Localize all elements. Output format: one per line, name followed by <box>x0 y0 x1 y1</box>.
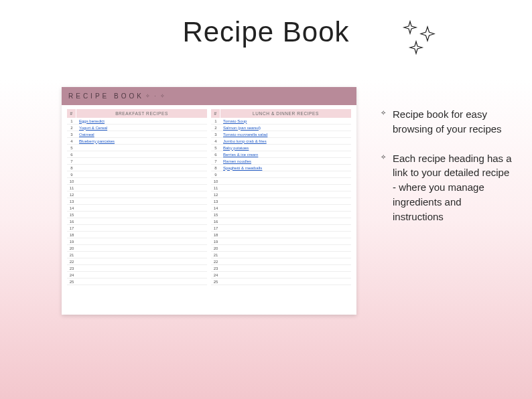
row-number: 5 <box>211 145 220 151</box>
table-row: 21 <box>211 252 351 258</box>
recipe-link[interactable]: Spaghetti & meatballs <box>220 165 351 171</box>
empty-cell <box>76 212 207 218</box>
table-row: 3Oatmeal <box>67 131 207 138</box>
recipe-link[interactable]: Yogurt & Cereal <box>76 125 207 131</box>
recipe-link[interactable]: Salmon (pan seared) <box>220 125 351 131</box>
empty-cell <box>220 191 351 197</box>
table-row: 11 <box>211 185 351 191</box>
recipe-link[interactable]: Eggs benedict <box>76 118 207 124</box>
number-header: # <box>211 109 220 118</box>
row-number: 6 <box>67 151 76 157</box>
empty-cell <box>220 232 351 238</box>
table-row: 15 <box>67 212 207 218</box>
empty-cell <box>76 218 207 224</box>
recipe-link[interactable]: Berries & ice cream <box>220 151 351 157</box>
empty-cell <box>76 225 207 231</box>
row-number: 1 <box>211 118 220 124</box>
empty-cell <box>220 225 351 231</box>
row-number: 9 <box>211 171 220 177</box>
table-row: 10 <box>67 178 207 185</box>
table-row: 13 <box>67 198 207 205</box>
row-number: 11 <box>67 185 76 191</box>
table-row: 17 <box>211 225 351 232</box>
empty-cell <box>76 185 207 191</box>
row-number: 20 <box>211 245 220 251</box>
row-number: 19 <box>67 238 76 244</box>
row-number: 23 <box>211 265 220 271</box>
column-label: BREAKFAST RECIPES <box>76 109 207 118</box>
empty-cell <box>76 232 207 238</box>
table-row: 11 <box>67 185 207 191</box>
recipe-link[interactable]: Tomato mozzarella salad <box>220 131 351 137</box>
row-number: 4 <box>67 138 76 144</box>
feature-bullet: Recipe book for easy browsing of your re… <box>381 107 515 137</box>
empty-cell <box>76 252 207 258</box>
empty-cell <box>220 198 351 204</box>
table-row: 10 <box>211 178 351 185</box>
table-row: 20 <box>211 245 351 252</box>
table-row: 18 <box>211 232 351 238</box>
table-row: 21 <box>67 252 207 258</box>
empty-cell <box>76 272 207 278</box>
row-number: 3 <box>67 131 76 137</box>
recipe-link[interactable]: Baby potatoes <box>220 145 351 151</box>
table-row: 5Baby potatoes <box>211 145 351 151</box>
page-title: Recipe Book <box>0 16 532 48</box>
table-row: 24 <box>67 272 207 278</box>
row-number: 6 <box>211 151 220 157</box>
recipe-link[interactable]: Jumbo lump crab & fries <box>220 138 351 144</box>
table-row: 17 <box>67 225 207 232</box>
recipe-link[interactable]: Ramen noodles <box>220 158 351 164</box>
row-number: 25 <box>211 278 220 285</box>
empty-cell <box>220 265 351 271</box>
recipe-link[interactable]: Blueberry pancakes <box>76 138 207 144</box>
row-number: 7 <box>211 158 220 164</box>
table-row: 1Tomato Soup <box>211 118 351 125</box>
sparkle-icon <box>399 17 440 58</box>
feature-bullet: Each recipe heading has a link to your d… <box>381 151 515 224</box>
row-number: 10 <box>211 178 220 184</box>
recipe-link[interactable]: Oatmeal <box>76 131 207 137</box>
row-number: 21 <box>67 252 76 258</box>
table-row: 8Spaghetti & meatballs <box>211 165 351 171</box>
row-number: 12 <box>67 191 76 197</box>
column-header: #LUNCH & DINNER RECIPES <box>211 109 351 118</box>
empty-cell <box>220 238 351 244</box>
row-number: 7 <box>67 158 76 164</box>
empty-cell <box>76 265 207 271</box>
table-row: 3Tomato mozzarella salad <box>211 131 351 138</box>
empty-cell <box>76 205 207 211</box>
table-row: 16 <box>211 218 351 225</box>
row-number: 22 <box>67 258 76 264</box>
row-number: 23 <box>67 265 76 271</box>
table-row: 5 <box>67 145 207 151</box>
row-number: 17 <box>67 225 76 231</box>
table-row: 19 <box>67 238 207 245</box>
recipe-link[interactable]: Tomato Soup <box>220 118 351 124</box>
empty-cell <box>220 245 351 251</box>
feature-list: Recipe book for easy browsing of your re… <box>381 107 515 238</box>
row-number: 18 <box>211 232 220 238</box>
empty-cell <box>220 258 351 264</box>
empty-cell <box>76 198 207 204</box>
row-number: 24 <box>67 272 76 278</box>
table-row: 25 <box>67 278 207 285</box>
row-number: 4 <box>211 138 220 144</box>
table-row: 22 <box>67 258 207 265</box>
row-number: 22 <box>211 258 220 264</box>
empty-cell <box>76 171 207 177</box>
empty-cell <box>76 238 207 244</box>
row-number: 15 <box>67 212 76 218</box>
column-header: #BREAKFAST RECIPES <box>67 109 207 118</box>
row-number: 1 <box>67 118 76 124</box>
row-number: 25 <box>67 278 76 285</box>
row-number: 18 <box>67 232 76 238</box>
table-row: 2Salmon (pan seared) <box>211 125 351 131</box>
table-row: 23 <box>211 265 351 272</box>
empty-cell <box>76 178 207 184</box>
empty-cell <box>76 278 207 285</box>
table-row: 20 <box>67 245 207 252</box>
table-row: 13 <box>211 198 351 205</box>
row-number: 14 <box>67 205 76 211</box>
row-number: 24 <box>211 272 220 278</box>
